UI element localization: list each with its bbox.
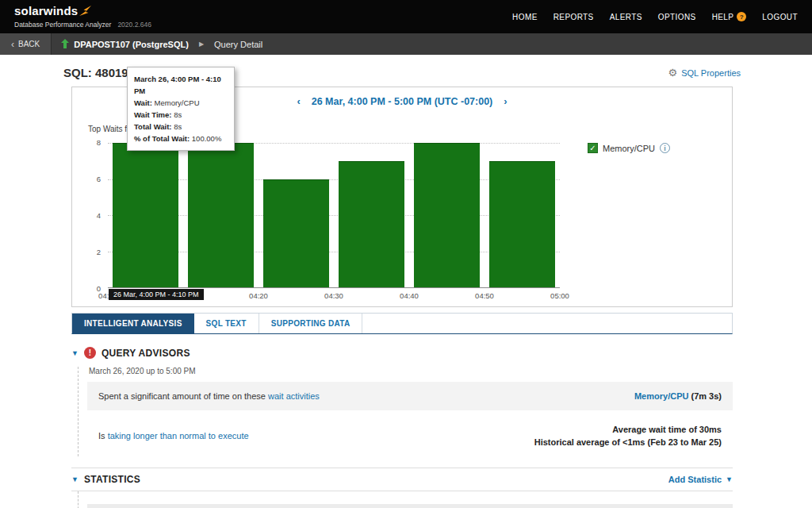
advisor-detail: Average wait time of 30msHistorical aver…	[534, 423, 722, 448]
product-version: 2020.2.646	[117, 21, 151, 29]
chart-tooltip: March 26, 4:00 PM - 4:10 PM Wait: Memory…	[127, 67, 235, 151]
query-advisors-section: ▼ ! QUERY ADVISORS March 26, 2020 up to …	[71, 342, 733, 456]
y-tick-label: 2	[97, 248, 101, 256]
statistics-title: STATISTICS	[84, 474, 140, 485]
breadcrumb-page: Query Detail	[214, 40, 262, 49]
breadcrumb-instance[interactable]: DPAPOST107 (PostgreSQL)	[74, 40, 189, 49]
advisor-row: Spent a significant amount of time on th…	[87, 382, 733, 410]
tooltip-row: Wait: Memory/CPU	[134, 97, 228, 109]
y-tick-label: 4	[97, 211, 101, 220]
nav-options[interactable]: OPTIONS	[658, 13, 696, 21]
advisor-row: Is taking longer than normal to executeA…	[87, 415, 733, 456]
nav-help[interactable]: HELP?	[712, 12, 747, 21]
advisor-finding-text: Is taking longer than normal to execute	[98, 431, 249, 441]
solarwinds-arrow-icon	[79, 5, 91, 19]
tooltip-title: March 26, 4:00 PM - 4:10 PM	[134, 73, 228, 97]
nav-logout[interactable]: LOGOUT	[762, 13, 798, 21]
legend-info-icon[interactable]: i	[660, 143, 670, 153]
bar-4-20-pm[interactable]	[263, 179, 330, 288]
back-label: BACK	[18, 40, 40, 48]
statistics-section: ▼ STATISTICS Add Statistic ▼ i Statistic…	[71, 468, 733, 508]
advisor-finding-text: Spent a significant amount of time on th…	[98, 391, 320, 401]
statistics-info-banner: i Statistics reflect changes in statisti…	[87, 504, 733, 508]
legend-label: Memory/CPU	[603, 144, 655, 153]
x-axis-cursor-label: 26 Mar, 4:00 PM - 4:10 PM	[109, 289, 204, 300]
next-range-button[interactable]: ›	[504, 95, 507, 107]
query-advisors-title: QUERY ADVISORS	[102, 348, 190, 359]
bar-slot	[334, 143, 409, 287]
date-range-label: 26 Mar, 4:00 PM - 5:00 PM (UTC -07:00)	[312, 96, 493, 107]
alert-icon: !	[84, 347, 96, 359]
nav-reports[interactable]: REPORTS	[553, 13, 594, 21]
back-chevron-icon: ‹	[11, 39, 14, 50]
gear-icon: ⚙	[668, 67, 678, 79]
x-tick-label: 04:50	[475, 291, 494, 300]
bar-4-50-pm[interactable]	[489, 161, 556, 287]
add-statistic-button[interactable]: Add Statistic ▼	[668, 475, 733, 484]
advisor-link[interactable]: wait activities	[268, 391, 320, 401]
legend-checkbox[interactable]: ✓	[588, 143, 598, 153]
tooltip-row: % of Total Wait: 100.00%	[134, 133, 228, 144]
advisor-rows: Spent a significant amount of time on th…	[87, 382, 733, 456]
instance-up-arrow-icon	[61, 37, 69, 52]
sql-properties-label: SQL Properties	[681, 68, 741, 78]
nav-home[interactable]: HOME	[512, 13, 538, 21]
logo-text: solarwinds	[14, 5, 78, 17]
bar-slot	[259, 143, 334, 287]
top-header: solarwinds Database Performance Analyzer…	[0, 0, 812, 33]
tooltip-rows: Wait: Memory/CPUWait Time: 8sTotal Wait:…	[134, 97, 228, 144]
nav-alerts[interactable]: ALERTS	[610, 13, 642, 21]
sql-properties-button[interactable]: ⚙ SQL Properties	[668, 67, 741, 79]
y-tick-label: 8	[97, 138, 101, 147]
breadcrumb: DPAPOST107 (PostgreSQL) ▶ Query Detail	[61, 37, 262, 52]
plot	[108, 143, 560, 288]
prev-range-button[interactable]: ‹	[297, 95, 300, 107]
breadcrumb-separator-icon: ▶	[199, 40, 204, 48]
chart-legend: ✓ Memory/CPU i	[588, 143, 670, 153]
x-tick-label: 04:30	[324, 291, 343, 300]
bar-4-40-pm[interactable]	[414, 143, 481, 287]
collapse-triangle-icon[interactable]: ▼	[71, 349, 79, 357]
tooltip-row: Wait Time: 8s	[134, 109, 228, 121]
bar-4-00-pm[interactable]	[113, 143, 179, 287]
bar-4-10-pm[interactable]	[188, 143, 255, 287]
bar-slot	[108, 143, 183, 287]
tab-sql-text[interactable]: SQL TEXT	[194, 314, 259, 333]
collapse-triangle-icon[interactable]: ▼	[71, 475, 79, 483]
help-badge-icon: ?	[737, 12, 746, 21]
x-tick-label: 05:00	[550, 291, 569, 300]
tabs: INTELLIGENT ANALYSISSQL TEXTSUPPORTING D…	[71, 313, 733, 334]
logo: solarwinds Database Performance Analyzer…	[14, 5, 151, 29]
chevron-down-icon: ▼	[726, 475, 733, 483]
tab-intelligent-analysis[interactable]: INTELLIGENT ANALYSIS	[72, 314, 194, 333]
advisor-link[interactable]: Memory/CPU	[634, 391, 688, 401]
top-nav: HOMEREPORTSALERTSOPTIONSHELP?LOGOUT	[512, 12, 798, 21]
x-tick-label: 04:40	[400, 291, 419, 300]
bar-slot	[485, 143, 560, 287]
x-tick-label: 04:20	[249, 291, 268, 300]
bars	[108, 143, 560, 287]
product-name: Database Performance Analyzer	[14, 21, 111, 29]
y-axis: 86420	[80, 138, 101, 293]
tab-supporting-data[interactable]: SUPPORTING DATA	[259, 314, 363, 333]
tooltip-row: Total Wait: 8s	[134, 121, 228, 133]
y-tick-label: 6	[97, 175, 101, 183]
bar-slot	[409, 143, 485, 287]
advisor-detail: Memory/CPU (7m 3s)	[634, 390, 722, 402]
back-button[interactable]: ‹ BACK	[0, 33, 52, 55]
bar-slot	[183, 143, 259, 287]
breadcrumb-bar: ‹ BACK DPAPOST107 (PostgreSQL) ▶ Query D…	[0, 33, 812, 55]
advisor-date-range: March 26, 2020 up to 5:00 PM	[89, 367, 733, 375]
add-statistic-label: Add Statistic	[668, 475, 722, 484]
bar-4-30-pm[interactable]	[339, 161, 405, 287]
advisor-link[interactable]: taking longer than normal to execute	[108, 431, 249, 441]
